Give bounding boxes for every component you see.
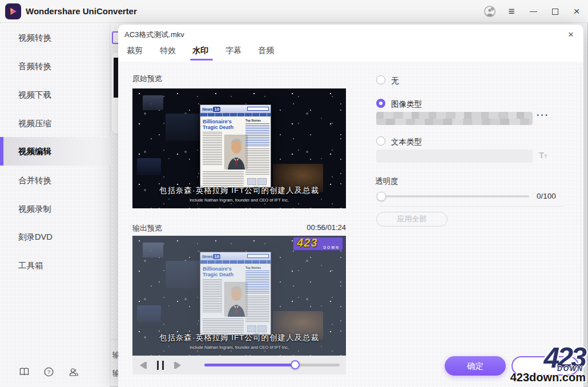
next-frame-button[interactable] xyxy=(169,362,186,369)
portrait-photo xyxy=(224,135,247,169)
dialog-content: 原始预览 News10 Billionaire'sTragic Death xyxy=(118,62,583,387)
apply-all-button[interactable]: 应用全部 xyxy=(376,212,448,227)
opacity-value: 0/100 xyxy=(537,192,556,200)
webpage-nav-bar xyxy=(200,113,271,116)
video-subtitle-cn: 包括奈森·英格拉姆 IFT公司的创建人及总裁 xyxy=(132,186,346,196)
sidebar-item-video-download[interactable]: 视频下载 xyxy=(0,80,110,109)
playback-progress-slider[interactable] xyxy=(204,364,340,366)
image-path-input[interactable] xyxy=(376,112,533,125)
radio-image-type[interactable] xyxy=(376,99,385,108)
sidebar-item-screen-record[interactable]: 视频录制 xyxy=(0,195,110,223)
original-preview-label: 原始预览 xyxy=(132,74,162,84)
radio-none-label[interactable]: 无 xyxy=(391,76,399,86)
account-icon[interactable] xyxy=(484,6,496,17)
playback-timestamp: 00:56/01:24 xyxy=(289,223,346,232)
radio-text-type-label[interactable]: 文本类型 xyxy=(391,137,422,147)
app-window: Wondershare UniConverter ≡ × 视频转换 音频转换 视… xyxy=(0,0,588,387)
opacity-slider-thumb[interactable] xyxy=(377,192,386,201)
radio-text-type[interactable] xyxy=(376,136,385,146)
opacity-slider[interactable] xyxy=(377,195,529,197)
svg-text:?: ? xyxy=(47,369,50,375)
hamburger-menu-icon[interactable]: ≡ xyxy=(506,6,517,17)
tab-watermark[interactable]: 水印 xyxy=(192,46,208,56)
scrollbar-track[interactable] xyxy=(581,66,581,383)
watermark-423-badge: 423 DOWN xyxy=(293,237,343,250)
webpage-search-box xyxy=(247,107,269,111)
pause-button[interactable] xyxy=(152,361,169,370)
tab-effects[interactable]: 特效 xyxy=(160,46,176,56)
help-question-icon[interactable]: ? xyxy=(44,367,54,377)
previous-frame-button[interactable] xyxy=(135,362,152,369)
output-preview-video: News10 Billionaire'sTragic Death xyxy=(132,236,346,356)
ok-button[interactable]: 确定 xyxy=(445,356,506,376)
app-logo-icon xyxy=(5,3,21,19)
sidebar-item-merge-convert[interactable]: 合并转换 xyxy=(0,166,110,195)
dialog-title: AC3格式测试.mkv xyxy=(124,30,184,40)
section-divider xyxy=(380,206,563,207)
sidebar-item-burn-dvd[interactable]: 刻录DVD xyxy=(0,223,110,251)
tab-crop[interactable]: 裁剪 xyxy=(127,46,143,56)
sidebar-item-toolbox[interactable]: 工具箱 xyxy=(0,251,110,280)
maximize-button[interactable] xyxy=(549,6,561,17)
playback-progress-fill xyxy=(204,364,295,366)
original-preview-video: News10 Billionaire'sTragic Death xyxy=(132,88,346,208)
sidebar: 视频转换 音频转换 视频下载 视频压缩 视频编辑 合并转换 视频录制 刻录DVD… xyxy=(0,23,110,387)
tab-bar: 裁剪 特效 水印 字幕 音频 xyxy=(118,46,583,62)
playback-progress-thumb[interactable] xyxy=(291,360,300,369)
playback-controls xyxy=(132,356,346,374)
active-tab-indicator xyxy=(190,59,213,61)
edit-dialog: AC3格式测试.mkv × 裁剪 特效 水印 字幕 音频 原始预览 News10 xyxy=(118,25,583,387)
news-webpage-graphic: News10 Billionaire'sTragic Death xyxy=(200,104,271,188)
opacity-label: 透明度 xyxy=(375,176,398,187)
cancel-button[interactable] xyxy=(512,356,579,376)
title-bar: Wondershare UniConverter ≡ × xyxy=(0,0,588,23)
minimize-button[interactable] xyxy=(527,6,539,17)
font-settings-icon[interactable]: TT xyxy=(539,150,547,160)
close-button[interactable]: × xyxy=(571,6,582,17)
browse-more-button[interactable]: ··· xyxy=(537,110,549,120)
sidebar-item-video-compress[interactable]: 视频压缩 xyxy=(0,109,110,138)
community-people-icon[interactable] xyxy=(69,368,79,377)
radio-none[interactable] xyxy=(376,75,385,84)
tab-subtitle[interactable]: 字幕 xyxy=(225,46,241,56)
sidebar-item-video-convert[interactable]: 视频转换 xyxy=(0,23,110,52)
watermark-text-input[interactable] xyxy=(376,150,533,163)
video-subtitle-en: include Nathan Ingram, founder and CEO o… xyxy=(132,197,346,203)
user-guide-book-icon[interactable] xyxy=(19,368,29,376)
video-subtitle-en: include Nathan Ingram, founder and CEO o… xyxy=(132,345,346,350)
video-subtitle-cn: 包括奈森·英格拉姆 IFT公司的创建人及总裁 xyxy=(132,333,346,343)
sidebar-item-audio-convert[interactable]: 音频转换 xyxy=(0,52,110,80)
background-divider xyxy=(111,340,118,340)
tab-audio[interactable]: 音频 xyxy=(258,46,274,56)
radio-image-type-label[interactable]: 图像类型 xyxy=(391,99,422,110)
sidebar-item-video-edit[interactable]: 视频编辑 xyxy=(0,137,110,166)
dialog-close-icon[interactable]: × xyxy=(565,29,577,41)
app-title: Wondershare UniConverter xyxy=(26,6,137,16)
output-preview-label: 输出预览 xyxy=(132,223,162,233)
